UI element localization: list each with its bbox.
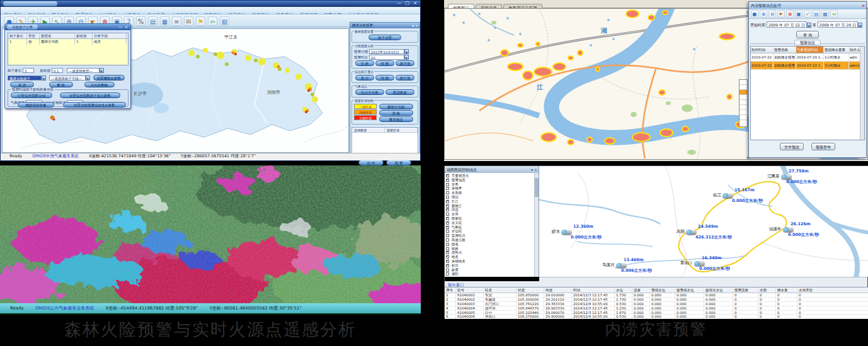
window-controls[interactable]: — □ × bbox=[397, 1, 418, 6]
station-table-row[interactable]: 461040004温中坝 105.64657028.9833302014/12/… bbox=[445, 306, 868, 311]
column-header[interactable]: 水体类型 bbox=[797, 287, 868, 293]
column-header[interactable]: 超警戒水位 bbox=[675, 287, 704, 293]
layer-checkbox[interactable] bbox=[446, 234, 449, 237]
layer-item[interactable]: 水位站 bbox=[446, 229, 534, 233]
warning-info-tab[interactable]: 预警信息 bbox=[794, 40, 821, 45]
mail-icon[interactable]: ✉ bbox=[184, 16, 193, 26]
layer-select[interactable]: —请选择图层— bbox=[67, 68, 100, 73]
hydro-station-marker[interactable]: 16.340m 草街口 0.000立方米/秒 bbox=[680, 255, 730, 272]
close-icon[interactable]: × bbox=[862, 2, 865, 9]
warn-display-button[interactable]: 设置火险预警综合显示参数 bbox=[63, 102, 126, 108]
factor-table-row[interactable]: 1面森林分布图1地类 bbox=[8, 39, 128, 45]
warn-time-select[interactable]: 20 bbox=[369, 55, 404, 60]
globe-icon[interactable]: ● bbox=[751, 10, 758, 18]
panel-action-button[interactable]: 预 警 bbox=[386, 160, 411, 165]
column-header[interactable]: 降水量 bbox=[776, 287, 797, 293]
column-header[interactable]: 站名 bbox=[484, 287, 517, 293]
layer-item[interactable]: 乡镇界 bbox=[446, 186, 534, 191]
zoom-in-icon[interactable]: ⊕ bbox=[760, 10, 767, 18]
chevron-down-icon[interactable]: ▾ bbox=[86, 75, 90, 81]
region-button[interactable]: 森林分布图 bbox=[379, 104, 413, 109]
layer-item[interactable]: 堤防 bbox=[446, 272, 534, 276]
column-header[interactable]: 纬度 bbox=[544, 287, 572, 293]
map-window-icon[interactable]: ▣ bbox=[795, 10, 802, 18]
panel-action-button[interactable]: 自 动 bbox=[358, 160, 384, 165]
layers-icon[interactable]: ▤ bbox=[813, 10, 820, 18]
panel-title[interactable]: 森林火险预警 ▾ × bbox=[350, 23, 420, 28]
chevron-down-icon[interactable]: ▾ bbox=[404, 55, 409, 60]
dialog-controls[interactable]: — × bbox=[118, 25, 128, 29]
end-date-picker[interactable]: 2009 年 07 月 29 日 bbox=[818, 21, 858, 28]
stop-icon[interactable]: ⊗ bbox=[786, 10, 794, 18]
chevron-down-icon[interactable]: ▾ bbox=[807, 23, 811, 28]
display-button[interactable]: 显 示 bbox=[355, 75, 374, 81]
analysis-button[interactable]: 绘 图 bbox=[375, 60, 394, 66]
layer-region-list[interactable]: 选择图层 预警区域 bbox=[351, 127, 418, 153]
delete-from-list-button[interactable]: 从列表删除 bbox=[84, 82, 115, 87]
layer-item[interactable]: 村庄 bbox=[446, 264, 534, 268]
chevron-down-icon[interactable]: ▾ bbox=[404, 49, 409, 54]
warning-table-row[interactable]: 2019-07-22 1...风险降水预警... 2019-07-29 1...… bbox=[751, 53, 864, 62]
hydro-station-marker[interactable]: 15.167m 临江 0.000立方米/秒 bbox=[713, 187, 763, 204]
dialog-titlebar[interactable]: 火险因子计算 — × bbox=[5, 24, 130, 30]
station-table-row[interactable]: 261040002朱杨溪 105.20000029.2011102014/12/… bbox=[445, 298, 868, 302]
analysis-button[interactable]: 因子值 bbox=[396, 60, 414, 66]
layer-checkbox[interactable] bbox=[446, 269, 449, 272]
chevron-down-icon[interactable]: ▾ bbox=[42, 75, 46, 81]
field-select[interactable]: —请选择因子字段— bbox=[49, 75, 86, 81]
panel-controls[interactable]: ▾ × bbox=[531, 166, 537, 173]
layer-checkbox[interactable] bbox=[446, 191, 449, 194]
region-button[interactable]: 叠加淹没 bbox=[379, 116, 413, 122]
column-header[interactable]: 水势 bbox=[758, 287, 776, 293]
layer-item[interactable]: 水文站 bbox=[446, 221, 534, 225]
layer-item[interactable]: 气象站 bbox=[446, 225, 534, 230]
zoom-out-icon[interactable]: ⊖ bbox=[768, 10, 776, 18]
column-header[interactable]: 预警流量 bbox=[733, 287, 758, 293]
factor-index-input[interactable]: 3 bbox=[23, 68, 34, 73]
layers-icon[interactable]: ▤ bbox=[148, 16, 157, 26]
column-header[interactable]: 序号 bbox=[445, 287, 456, 293]
start-date-picker[interactable]: 2009 年 07 月 22 日 bbox=[767, 21, 807, 28]
hydro-station-marker[interactable]: 13.460m 鸟溪河 0.006立方米/秒 bbox=[602, 257, 652, 274]
satellite-raster[interactable] bbox=[0, 165, 421, 303]
weather-info-button[interactable]: 站点分布图 bbox=[355, 89, 384, 95]
panel-bottom-button[interactable]: 文件预览 bbox=[780, 143, 804, 150]
chart-icon[interactable]: ▧ bbox=[220, 16, 229, 26]
flag-icon[interactable]: ⚑ bbox=[196, 16, 205, 26]
layer-checkbox[interactable] bbox=[446, 238, 449, 242]
layer-checkbox[interactable] bbox=[446, 179, 449, 182]
layer-item[interactable]: 水库 bbox=[446, 212, 534, 216]
chevron-down-icon[interactable]: ▾ bbox=[100, 68, 104, 73]
table-vscrollbar[interactable] bbox=[860, 47, 864, 140]
analysis-button[interactable]: 分 析 bbox=[355, 60, 374, 66]
panel-bottom-button[interactable]: 预警发布 bbox=[811, 143, 835, 150]
layer-checkbox[interactable] bbox=[446, 230, 449, 233]
warning-table[interactable]: 制作时间 预警名称 气象预报时间 预报降水要素 制作人 2019-07-22 1… bbox=[750, 46, 865, 140]
layer-checkbox[interactable] bbox=[446, 272, 449, 276]
layer-checkbox[interactable] bbox=[446, 226, 449, 229]
station-map[interactable]: 12.360m 皎水 0.000立方米/秒 13.460m 鸟溪河 0.006立… bbox=[539, 166, 868, 277]
column-header[interactable]: 超保证水位 bbox=[704, 287, 733, 293]
warn-date-select[interactable]: 2013年10月15日 bbox=[369, 49, 404, 54]
layer-item[interactable]: 铁路 bbox=[446, 247, 534, 251]
layer-item[interactable]: 县界 bbox=[446, 182, 534, 187]
layer-item[interactable]: 居民点 bbox=[446, 250, 534, 255]
column-header[interactable]: 流量 bbox=[632, 287, 650, 293]
factor-select[interactable]: 森林火险因子 bbox=[8, 75, 42, 81]
layer-item[interactable]: 预警信息 bbox=[446, 178, 534, 182]
column-header[interactable]: 水位 bbox=[615, 287, 632, 293]
add-button[interactable]: 添 加 bbox=[10, 82, 34, 87]
layer-item[interactable]: 长江 bbox=[446, 199, 534, 204]
layer-item[interactable]: 嘉陵江 bbox=[446, 204, 534, 208]
print-icon[interactable]: ≡ bbox=[172, 16, 181, 26]
station-table-row[interactable]: 561040005白沙 105.10244029.0600702014/12/3… bbox=[445, 311, 868, 315]
chevron-down-icon[interactable]: ▾ bbox=[858, 23, 862, 28]
layer-item[interactable]: 桥梁 bbox=[446, 268, 534, 272]
region-button[interactable]: 清 除 bbox=[379, 110, 413, 116]
station-table-row[interactable]: 361040003石门河口 105.76122029.3633302014/12… bbox=[445, 302, 868, 306]
warning-table-row[interactable]: 2019-07-22 1风险降水预警 2019-07-22 13小时降水 adm… bbox=[751, 62, 864, 70]
calc-grid-button[interactable]: 计算综合指数Grid bbox=[11, 92, 52, 98]
image-icon[interactable]: ▦ bbox=[821, 10, 829, 18]
delete-button[interactable]: 删 除 bbox=[49, 82, 73, 87]
column-header[interactable]: 时间 bbox=[572, 287, 615, 293]
